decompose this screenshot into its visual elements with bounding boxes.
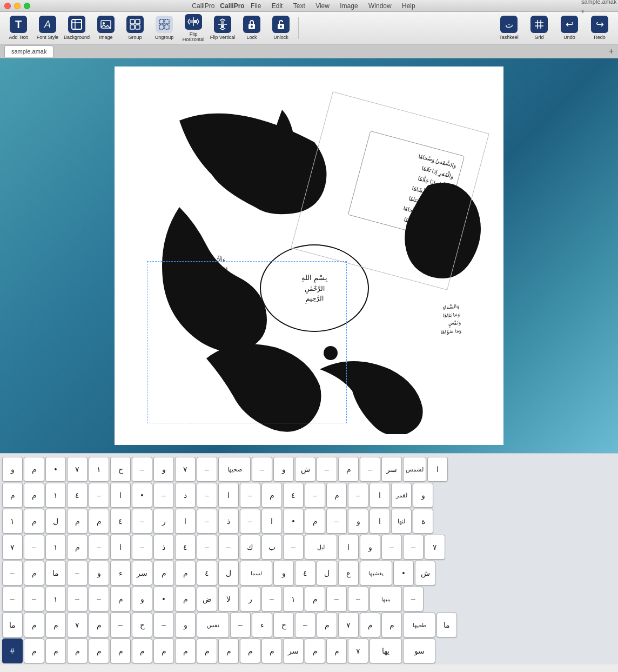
key-m32[interactable]: م: [132, 638, 152, 663]
key-4b[interactable]: ٤: [67, 483, 88, 508]
key-yha[interactable]: يها: [370, 638, 402, 663]
key-hash[interactable]: #: [2, 638, 23, 663]
flip-vertical-button[interactable]: Flip Vertical: [209, 14, 237, 42]
key-w3[interactable]: و: [2, 457, 23, 482]
key-ain1[interactable]: ء: [110, 561, 131, 585]
key-dash21[interactable]: –: [132, 535, 152, 560]
menu-help[interactable]: Help: [402, 2, 415, 10]
key-m10[interactable]: م: [24, 509, 44, 534]
key-7e[interactable]: ٧: [338, 613, 359, 637]
key-dot4[interactable]: •: [393, 561, 414, 585]
key-ta[interactable]: ة: [413, 509, 433, 534]
group-button[interactable]: Group: [121, 14, 149, 42]
key-ma1[interactable]: ما: [45, 561, 66, 585]
key-m26[interactable]: م: [261, 638, 282, 663]
key-ha2[interactable]: ح: [273, 613, 294, 637]
key-dash3[interactable]: –: [252, 457, 272, 482]
key-l3[interactable]: ل: [218, 561, 239, 585]
key-7c[interactable]: ٧: [425, 535, 445, 560]
key-m16[interactable]: م: [175, 587, 196, 611]
key-m2[interactable]: م: [24, 457, 44, 482]
key-dash37[interactable]: –: [110, 613, 131, 637]
key-7g[interactable]: ٧: [348, 638, 368, 663]
key-r2[interactable]: ر: [240, 587, 260, 611]
key-r1[interactable]: ر: [153, 509, 174, 534]
key-a6[interactable]: ا: [175, 509, 196, 534]
key-m31[interactable]: م: [153, 638, 174, 663]
key-m34[interactable]: م: [89, 638, 109, 663]
key-m13[interactable]: م: [153, 561, 174, 585]
key-dot5[interactable]: •: [153, 587, 174, 611]
key-m33[interactable]: م: [110, 638, 131, 663]
key-a7[interactable]: ا: [338, 535, 359, 560]
key-l2[interactable]: ل: [317, 561, 337, 585]
key-4a[interactable]: ٤: [283, 483, 304, 508]
key-m24[interactable]: م: [326, 638, 347, 663]
key-dash22[interactable]: –: [89, 535, 109, 560]
key-m11[interactable]: م: [67, 535, 88, 560]
key-ma2[interactable]: ما: [436, 613, 457, 637]
key-1b[interactable]: ١: [45, 483, 66, 508]
key-dash4[interactable]: –: [197, 457, 217, 482]
add-text-button[interactable]: T Add Text: [4, 14, 32, 42]
key-4f[interactable]: ٤: [197, 561, 217, 585]
menu-view[interactable]: View: [315, 2, 330, 10]
key-ma3[interactable]: ما: [2, 613, 23, 637]
key-m9[interactable]: م: [67, 509, 88, 534]
key-a2[interactable]: ا: [218, 483, 239, 508]
key-tahiha[interactable]: طحيها: [403, 613, 435, 637]
key-1d[interactable]: ١: [45, 535, 66, 560]
key-m37[interactable]: م: [24, 638, 44, 663]
key-dash1[interactable]: –: [360, 457, 380, 482]
redo-button[interactable]: ↪ Redo: [586, 14, 614, 42]
key-dash33[interactable]: –: [2, 587, 23, 611]
key-1a[interactable]: ١: [89, 457, 109, 482]
key-4e[interactable]: ٤: [295, 561, 315, 585]
key-m1[interactable]: م: [338, 457, 359, 482]
tab-sample[interactable]: sample.amak: [4, 45, 53, 57]
key-ha3[interactable]: ح: [132, 613, 152, 637]
key-dash29[interactable]: –: [261, 587, 282, 611]
key-dash25[interactable]: –: [2, 561, 23, 585]
key-dash35[interactable]: –: [230, 613, 251, 637]
key-nafs[interactable]: نفس: [197, 613, 229, 637]
key-bniha[interactable]: بنيها: [370, 587, 402, 611]
tashkeel-button[interactable]: ت Tashkeel: [495, 14, 523, 42]
menu-image[interactable]: Image: [340, 2, 358, 10]
key-7a[interactable]: ٧: [175, 457, 196, 482]
undo-button[interactable]: ↩ Undo: [555, 14, 583, 42]
key-dash16[interactable]: –: [403, 535, 424, 560]
key-w4[interactable]: و: [413, 483, 433, 508]
key-dash26[interactable]: –: [403, 587, 424, 611]
key-dash20[interactable]: –: [197, 535, 217, 560]
key-dash24[interactable]: –: [67, 561, 88, 585]
key-la1[interactable]: لا: [218, 587, 239, 611]
key-sr3[interactable]: سر: [283, 638, 304, 663]
key-dash10[interactable]: –: [153, 483, 174, 508]
key-dash15[interactable]: –: [132, 509, 152, 534]
key-dash18[interactable]: –: [283, 535, 304, 560]
key-m7[interactable]: م: [305, 509, 325, 534]
image-button[interactable]: Image: [92, 14, 120, 42]
font-style-button[interactable]: A Font Style: [33, 14, 62, 42]
ungroup-button[interactable]: Ungroup: [150, 14, 178, 42]
key-m19[interactable]: م: [360, 613, 380, 637]
menu-edit[interactable]: Edit: [272, 2, 283, 10]
key-e1[interactable]: ع: [338, 561, 359, 585]
key-m8[interactable]: م: [89, 509, 109, 534]
key-dash32[interactable]: –: [24, 587, 44, 611]
key-m35[interactable]: م: [67, 638, 88, 663]
key-lsama[interactable]: لسما: [240, 561, 272, 585]
key-dot3[interactable]: •: [283, 509, 304, 534]
key-dash8[interactable]: –: [240, 483, 260, 508]
key-dhal3[interactable]: ذ: [153, 535, 174, 560]
grid-button[interactable]: Grid: [525, 14, 553, 42]
key-a8[interactable]: ا: [110, 535, 131, 560]
menu-callipro[interactable]: CalliPro: [220, 2, 244, 10]
key-dash11[interactable]: –: [89, 483, 109, 508]
key-a4[interactable]: ا: [370, 509, 390, 534]
key-m21[interactable]: م: [89, 613, 109, 637]
key-w2[interactable]: و: [153, 457, 174, 482]
menu-file[interactable]: File: [251, 2, 261, 10]
key-layl[interactable]: ليل: [305, 535, 337, 560]
